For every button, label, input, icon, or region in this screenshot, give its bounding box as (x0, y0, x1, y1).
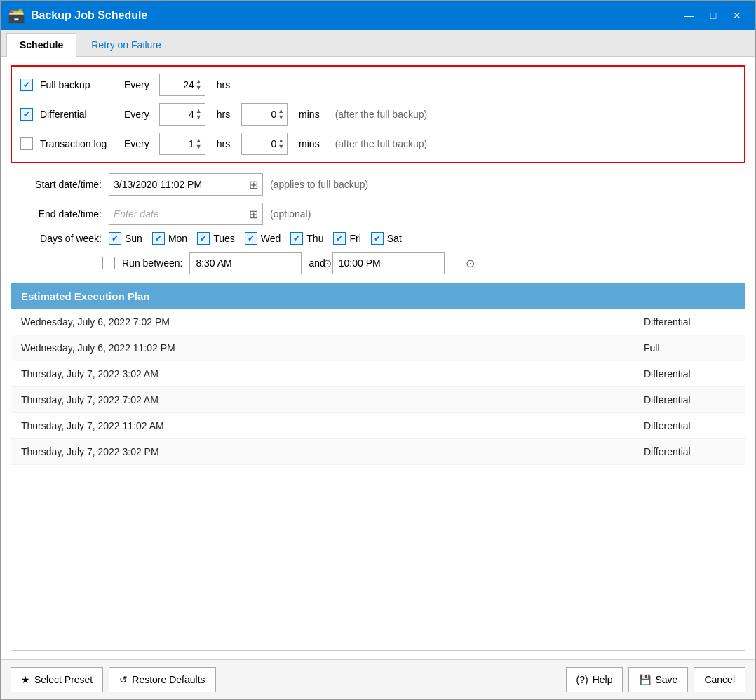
table-row: Wednesday, July 6, 2022 7:02 PM Differen… (11, 309, 745, 335)
time-from-wrap[interactable]: ⊙ (189, 252, 302, 274)
start-date-row: Start date/time: ⊞ (applies to full back… (11, 173, 745, 196)
exec-type-3: Differential (644, 394, 735, 405)
diff-mins-spinner[interactable]: ▲ ▼ (241, 103, 288, 126)
time-to-clock-icon[interactable]: ⊙ (466, 257, 475, 270)
trans-mins-unit: mins (299, 138, 320, 149)
diff-mins-input[interactable] (245, 109, 276, 120)
exec-date-3: Thursday, July 7, 2022 7:02 AM (21, 394, 644, 405)
trans-hrs-arrows: ▲ ▼ (196, 137, 202, 150)
start-date-label: Start date/time: (11, 179, 102, 190)
day-tues-label: Tues (213, 233, 235, 244)
diff-after-label: (after the full backup) (335, 109, 428, 120)
exec-date-2: Thursday, July 7, 2022 3:02 AM (21, 368, 644, 379)
cancel-label: Cancel (704, 674, 735, 685)
exec-date-1: Wednesday, July 6, 2022 11:02 PM (21, 342, 644, 354)
full-hrs-unit: hrs (217, 79, 230, 90)
exec-type-4: Differential (644, 420, 735, 431)
day-sun-label: Sun (125, 233, 142, 244)
exec-date-4: Thursday, July 7, 2022 11:02 AM (21, 420, 644, 431)
cancel-button[interactable]: Cancel (694, 667, 745, 692)
diff-hrs-unit: hrs (217, 109, 230, 120)
start-date-input[interactable] (114, 179, 245, 190)
start-calendar-icon[interactable]: ⊞ (249, 178, 258, 191)
diff-mins-arrows: ▲ ▼ (278, 108, 284, 121)
run-between-label: Run between: (122, 257, 182, 269)
full-hrs-input[interactable] (163, 79, 194, 90)
trans-mins-down[interactable]: ▼ (278, 144, 284, 150)
trans-hrs-input[interactable] (163, 138, 194, 149)
diff-mins-down[interactable]: ▼ (278, 114, 284, 121)
tab-schedule[interactable]: Schedule (6, 33, 76, 57)
day-fri-checkbox[interactable] (333, 232, 346, 245)
day-tues: Tues (197, 232, 235, 245)
end-date-input-wrap[interactable]: ⊞ (109, 203, 263, 225)
exec-type-1: Full (644, 342, 735, 354)
full-every-label: Every (124, 79, 149, 90)
day-fri: Fri (333, 232, 360, 245)
end-date-input[interactable] (114, 208, 245, 220)
trans-mins-spinner[interactable]: ▲ ▼ (241, 133, 288, 155)
transaction-checkbox[interactable] (20, 137, 33, 150)
differential-checkbox[interactable] (20, 108, 33, 121)
table-row: Wednesday, July 6, 2022 11:02 PM Full (11, 335, 745, 361)
help-button[interactable]: (?) Help (566, 667, 623, 692)
day-sat-checkbox[interactable] (371, 232, 384, 245)
exec-plan-body[interactable]: Wednesday, July 6, 2022 7:02 PM Differen… (11, 309, 745, 650)
trans-hrs-spinner[interactable]: ▲ ▼ (159, 133, 205, 155)
save-button[interactable]: 💾 Save (628, 667, 688, 692)
exec-type-5: Differential (644, 446, 735, 457)
table-row: Thursday, July 7, 2022 7:02 AM Different… (11, 387, 745, 413)
time-to-input[interactable] (339, 257, 461, 269)
select-preset-label: Select Preset (34, 674, 93, 685)
diff-hrs-input[interactable] (163, 109, 194, 120)
end-calendar-icon[interactable]: ⊞ (249, 208, 258, 221)
differential-row: Differential Every ▲ ▼ hrs ▲ ▼ (20, 103, 736, 126)
main-content: Full backup Every ▲ ▼ hrs Differential E… (1, 57, 755, 659)
day-sun: Sun (109, 232, 142, 245)
day-mon: Mon (152, 232, 187, 245)
day-wed-checkbox[interactable] (245, 232, 257, 245)
tab-retry[interactable]: Retry on Failure (78, 33, 175, 56)
run-between-row: Run between: ⊙ and ⊙ (11, 252, 745, 274)
full-backup-checkbox[interactable] (20, 79, 33, 91)
restore-icon: ↺ (119, 674, 128, 685)
day-thu-checkbox[interactable] (290, 232, 303, 245)
select-preset-button[interactable]: ★ Select Preset (11, 667, 103, 692)
trans-after-label: (after the full backup) (335, 138, 428, 149)
day-wed-label: Wed (261, 233, 281, 244)
table-row: Thursday, July 7, 2022 3:02 PM Different… (11, 439, 745, 465)
trans-hrs-down[interactable]: ▼ (196, 144, 202, 150)
exec-date-0: Wednesday, July 6, 2022 7:02 PM (21, 316, 644, 328)
day-sun-checkbox[interactable] (109, 232, 121, 245)
full-hrs-spinner[interactable]: ▲ ▼ (159, 74, 205, 96)
run-between-checkbox[interactable] (102, 257, 115, 269)
day-mon-checkbox[interactable] (152, 232, 165, 245)
window-title: Backup Job Schedule (31, 9, 673, 22)
trans-mins-arrows: ▲ ▼ (278, 137, 284, 150)
exec-plan-header: Estimated Execution Plan (11, 283, 745, 309)
diff-hrs-down[interactable]: ▼ (196, 114, 202, 121)
title-bar: 🗃️ Backup Job Schedule — □ ✕ (1, 1, 755, 30)
start-date-note: (applies to full backup) (270, 179, 368, 190)
form-section: Start date/time: ⊞ (applies to full back… (11, 173, 745, 274)
diff-every-label: Every (124, 109, 149, 120)
main-window: 🗃️ Backup Job Schedule — □ ✕ Schedule Re… (0, 0, 756, 700)
transaction-label: Transaction log (40, 138, 117, 149)
minimize-button[interactable]: — (678, 6, 701, 25)
start-date-input-wrap[interactable]: ⊞ (109, 173, 263, 196)
diff-hrs-spinner[interactable]: ▲ ▼ (159, 103, 205, 126)
time-to-wrap[interactable]: ⊙ (332, 252, 445, 274)
day-tues-checkbox[interactable] (197, 232, 210, 245)
help-label: Help (593, 674, 613, 685)
restore-defaults-button[interactable]: ↺ Restore Defaults (109, 667, 215, 692)
trans-mins-input[interactable] (245, 138, 276, 149)
maximize-button[interactable]: □ (702, 6, 724, 25)
time-from-input[interactable] (196, 257, 318, 269)
days-label: Days of week: (11, 233, 102, 244)
close-button[interactable]: ✕ (726, 6, 748, 25)
day-fri-label: Fri (349, 233, 360, 244)
save-label: Save (655, 674, 677, 685)
full-hrs-down[interactable]: ▼ (196, 85, 202, 91)
help-icon: (?) (576, 674, 588, 685)
day-thu: Thu (290, 232, 323, 245)
